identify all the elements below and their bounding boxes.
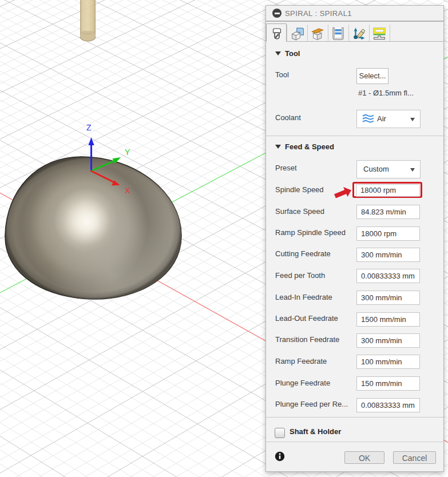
svg-text:Y: Y xyxy=(125,148,130,157)
svg-text:Z: Z xyxy=(86,123,92,132)
svg-text:X: X xyxy=(125,186,130,195)
